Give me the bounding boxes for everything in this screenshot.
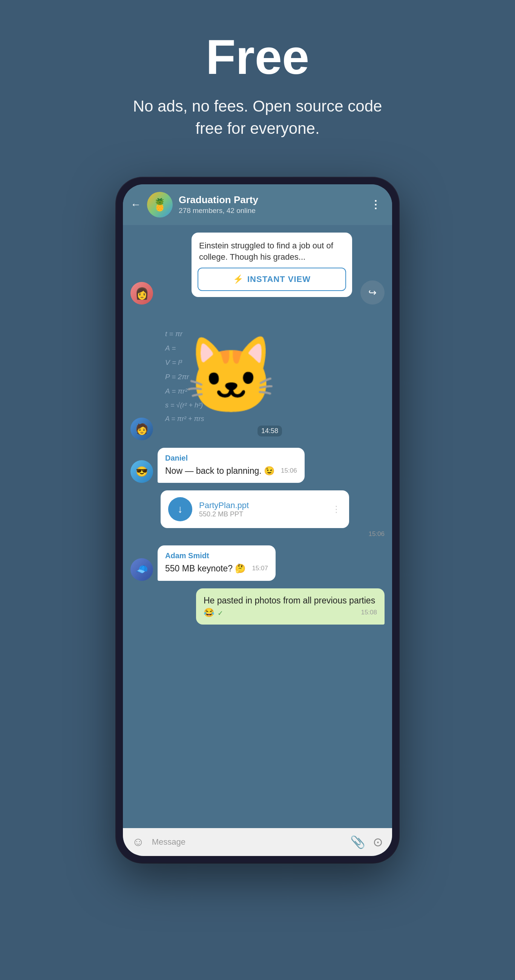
adam-sender-name: Adam Smidt xyxy=(165,551,268,560)
share-button[interactable]: ↪ xyxy=(360,280,384,305)
file-info: PartyPlan.ppt 550.2 MB PPT xyxy=(199,501,325,518)
bolt-icon: ⚡ xyxy=(233,274,244,284)
own-message-time: 15:08 xyxy=(361,609,377,616)
share-icon: ↪ xyxy=(368,287,376,299)
sticker-area: 🧑 t = πr A = V = l³ P = 2πr A = πr² s = … xyxy=(131,312,384,440)
camera-button[interactable]: ⊙ xyxy=(373,835,383,849)
attach-button[interactable]: 📎 xyxy=(350,835,365,849)
sticker-time: 14:58 xyxy=(257,426,282,436)
article-bubble: Einstein struggled to find a job out of … xyxy=(191,232,352,298)
daniel-bubble: Daniel Now — back to planning. 😉 15:06 xyxy=(158,448,305,483)
article-text: Einstein struggled to find a job out of … xyxy=(191,232,352,268)
file-bubble: ↓ PartyPlan.ppt 550.2 MB PPT ⋮ xyxy=(161,490,349,528)
daniel-message-time: 15:06 xyxy=(281,467,297,474)
phone-inner: ← 🍍 Graduation Party 278 members, 42 onl… xyxy=(123,184,392,856)
back-button[interactable]: ← xyxy=(131,199,141,211)
download-icon: ↓ xyxy=(178,503,183,515)
file-name: PartyPlan.ppt xyxy=(199,501,325,511)
group-name: Graduation Party xyxy=(179,194,364,206)
message-input[interactable]: Message xyxy=(152,837,343,847)
chat-area: 👩 Einstein struggled to find a job out o… xyxy=(123,225,392,828)
daniel-message-text: Now — back to planning. 😉 xyxy=(165,466,275,476)
emoji-button[interactable]: ☺ xyxy=(132,835,144,849)
more-menu-button[interactable]: ⋮ xyxy=(370,198,381,211)
adam-message-row: 🧢 Adam Smidt 550 MB keynote? 🤔 15:07 xyxy=(131,546,384,581)
chat-header: ← 🍍 Graduation Party 278 members, 42 onl… xyxy=(123,184,392,225)
own-bubble: He pasted in photos from all previous pa… xyxy=(196,589,384,625)
own-message-row: He pasted in photos from all previous pa… xyxy=(131,589,384,625)
hero-section: Free No ads, no fees. Open source code f… xyxy=(110,0,405,162)
adam-message-text: 550 MB keynote? 🤔 xyxy=(165,563,246,573)
adam-message-time: 15:07 xyxy=(252,565,268,572)
group-members: 278 members, 42 online xyxy=(179,207,364,215)
adam-avatar: 🧢 xyxy=(131,558,153,581)
daniel-message-row: 😎 Daniel Now — back to planning. 😉 15:06 xyxy=(131,448,384,483)
daniel-avatar: 😎 xyxy=(131,460,153,483)
file-attachment-row: ↓ PartyPlan.ppt 550.2 MB PPT ⋮ 15:06 xyxy=(161,490,384,538)
hero-title: Free xyxy=(126,30,389,84)
sticker-sender-avatar: 🧑 xyxy=(131,418,153,440)
file-time: 15:06 xyxy=(161,530,384,538)
sender-avatar-article: 👩 xyxy=(131,282,153,305)
cat-sticker-emoji: 🐱 xyxy=(184,332,278,421)
own-message-text: He pasted in photos from all previous pa… xyxy=(204,595,375,617)
message-checkmark: ✓ xyxy=(218,609,223,617)
phone-wrapper: ← 🍍 Graduation Party 278 members, 42 onl… xyxy=(116,178,399,863)
instant-view-button[interactable]: ⚡ INSTANT VIEW xyxy=(198,267,346,291)
download-button[interactable]: ↓ xyxy=(168,497,192,521)
input-bar: ☺ Message 📎 ⊙ xyxy=(123,828,392,856)
daniel-sender-name: Daniel xyxy=(165,454,297,463)
group-avatar: 🍍 xyxy=(147,192,173,218)
article-message-row: 👩 Einstein struggled to find a job out o… xyxy=(131,232,384,305)
hero-subtitle: No ads, no fees. Open source code free f… xyxy=(126,95,389,140)
instant-view-label: INSTANT VIEW xyxy=(247,274,311,284)
article-bubble-wrapper: Einstein struggled to find a job out of … xyxy=(158,232,352,305)
file-more-button[interactable]: ⋮ xyxy=(332,504,341,514)
adam-bubble: Adam Smidt 550 MB keynote? 🤔 15:07 xyxy=(158,546,276,581)
phone-outer: ← 🍍 Graduation Party 278 members, 42 onl… xyxy=(116,178,399,863)
file-size: 550.2 MB PPT xyxy=(199,511,325,518)
chat-info: Graduation Party 278 members, 42 online xyxy=(179,194,364,215)
cat-sticker: t = πr A = V = l³ P = 2πr A = πr² s = √(… xyxy=(158,312,286,440)
